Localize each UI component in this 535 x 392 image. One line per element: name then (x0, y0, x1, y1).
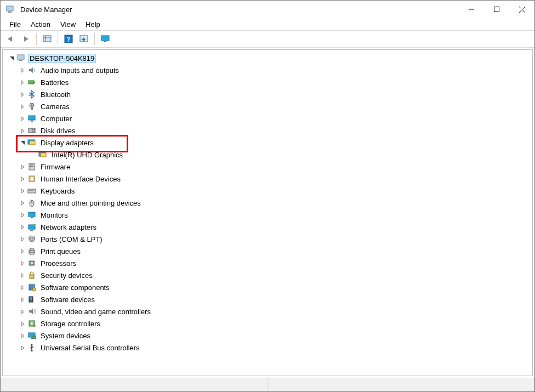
expand-arrow-icon[interactable] (18, 343, 27, 352)
tree-category-label: Firmware (39, 162, 72, 172)
expand-arrow-icon[interactable] (18, 90, 27, 99)
tree-root[interactable]: DESKTOP-504K819 (4, 52, 531, 64)
expand-arrow-icon[interactable] (18, 162, 27, 171)
expand-arrow-icon[interactable] (18, 307, 27, 316)
tree-category[interactable]: Monitors (4, 209, 531, 221)
expand-arrow-icon[interactable] (18, 271, 27, 280)
menu-action[interactable]: Action (26, 19, 55, 30)
expand-arrow-icon[interactable] (18, 211, 27, 219)
expand-arrow-icon[interactable] (18, 174, 27, 183)
tree-category[interactable]: Processors (4, 257, 531, 269)
svg-rect-20 (31, 107, 33, 110)
expand-arrow-icon[interactable] (18, 247, 27, 255)
tree-category[interactable]: Batteries (4, 76, 531, 88)
expand-arrow-icon[interactable] (18, 114, 27, 123)
tree-category-label: Keyboards (39, 186, 76, 196)
cpu-icon (27, 258, 37, 268)
tree-category-label: Security devices (39, 271, 94, 280)
toolbar-separator (36, 33, 37, 45)
tree-category[interactable]: Software devices (4, 293, 531, 305)
window-title: Device Manager (20, 5, 72, 14)
tree-category-label: Universal Serial Bus controllers (39, 343, 141, 353)
tree-category[interactable]: Display adapters (4, 137, 531, 149)
tree-category-label: Disk drives (39, 126, 77, 135)
tree-category[interactable]: Disk drives (4, 124, 531, 137)
expand-arrow-icon[interactable] (18, 283, 27, 292)
tree-category[interactable]: Firmware (4, 161, 531, 173)
expand-arrow-icon[interactable] (18, 235, 27, 243)
speaker-icon (27, 65, 37, 75)
tree-category[interactable]: Audio inputs and outputs (4, 64, 531, 76)
svg-rect-13 (104, 41, 106, 42)
svg-point-65 (31, 322, 33, 325)
back-button[interactable] (4, 32, 17, 46)
tree-category[interactable]: Sound, video and game controllers (4, 305, 531, 317)
tree-category-label: Audio inputs and outputs (39, 66, 121, 75)
expand-arrow-icon[interactable] (18, 331, 27, 340)
svg-rect-36 (31, 190, 32, 191)
tree-category[interactable]: Bluetooth (4, 88, 531, 100)
expand-arrow-icon[interactable] (18, 102, 27, 111)
collapse-arrow-icon[interactable] (7, 54, 16, 63)
monitor-button[interactable] (99, 32, 112, 46)
expand-arrow-icon[interactable] (18, 78, 27, 87)
tree-category[interactable]: Network adapters (4, 221, 531, 233)
tree-category[interactable]: Computer (4, 112, 531, 124)
tree-device[interactable]: Intel(R) UHD Graphics (4, 149, 531, 161)
svg-rect-16 (29, 81, 34, 84)
tree-category[interactable]: Storage controllers (4, 317, 531, 329)
tree-category-label: Software devices (39, 295, 96, 304)
forward-button[interactable] (19, 32, 32, 46)
expand-arrow-icon[interactable] (18, 126, 27, 135)
tree-category[interactable]: Ports (COM & LPT) (4, 233, 531, 245)
window-controls (459, 1, 534, 18)
tree-category-label: Print queues (39, 247, 82, 256)
close-button[interactable] (509, 1, 534, 18)
maximize-button[interactable] (484, 1, 509, 18)
menu-help[interactable]: Help (81, 19, 105, 30)
menu-view[interactable]: View (56, 19, 80, 30)
system-icon (27, 331, 37, 340)
disk-icon (27, 126, 37, 135)
tree-category-label: Storage controllers (39, 319, 102, 328)
svg-rect-30 (30, 164, 33, 166)
tree-category[interactable]: Security devices (4, 269, 531, 281)
expand-arrow-icon[interactable] (18, 66, 27, 75)
tree-category[interactable]: Print queues (4, 245, 531, 257)
expand-arrow-icon[interactable] (18, 319, 27, 328)
tree-category[interactable]: Mice and other pointing devices (4, 197, 531, 209)
tree-category-label: Processors (39, 259, 78, 268)
scan-hardware-button[interactable] (77, 32, 90, 46)
monitor-icon (27, 210, 37, 220)
help-button[interactable]: ? (62, 32, 75, 46)
bluetooth-icon (27, 89, 37, 99)
display-icon (38, 150, 48, 160)
tree-pane[interactable]: DESKTOP-504K819 Audio inputs and outputs… (2, 49, 533, 376)
tree-category-label: Computer (39, 114, 73, 123)
expand-arrow-icon[interactable] (18, 198, 27, 207)
tree-category[interactable]: Human Interface Devices (4, 173, 531, 185)
expand-arrow-icon[interactable] (18, 259, 27, 268)
device-manager-window: Device Manager File Action View Help ? D… (0, 0, 535, 392)
minimize-button[interactable] (459, 1, 484, 18)
tree-category[interactable]: Cameras (4, 100, 531, 112)
menu-file[interactable]: File (5, 19, 25, 30)
svg-rect-26 (30, 141, 35, 145)
tree-category-label: Human Interface Devices (39, 174, 122, 184)
tree-category-label: Monitors (39, 211, 70, 220)
svg-rect-33 (31, 178, 33, 180)
hid-icon (27, 174, 37, 184)
show-all-devices-button[interactable] (41, 32, 54, 46)
tree-category[interactable]: Software components (4, 281, 531, 293)
collapse-arrow-icon[interactable] (18, 138, 27, 147)
tree-category[interactable]: System devices (4, 329, 531, 342)
expand-arrow-icon[interactable] (18, 186, 27, 195)
sound-icon (27, 306, 37, 316)
keyboard-icon (27, 186, 37, 196)
toolbar-separator (94, 33, 95, 45)
expand-arrow-icon[interactable] (18, 223, 27, 231)
expand-arrow-icon[interactable] (18, 295, 27, 304)
tree-category[interactable]: Universal Serial Bus controllers (4, 342, 531, 354)
tree-category[interactable]: Keyboards (4, 185, 531, 197)
tree-category-label: Mice and other pointing devices (39, 198, 143, 208)
